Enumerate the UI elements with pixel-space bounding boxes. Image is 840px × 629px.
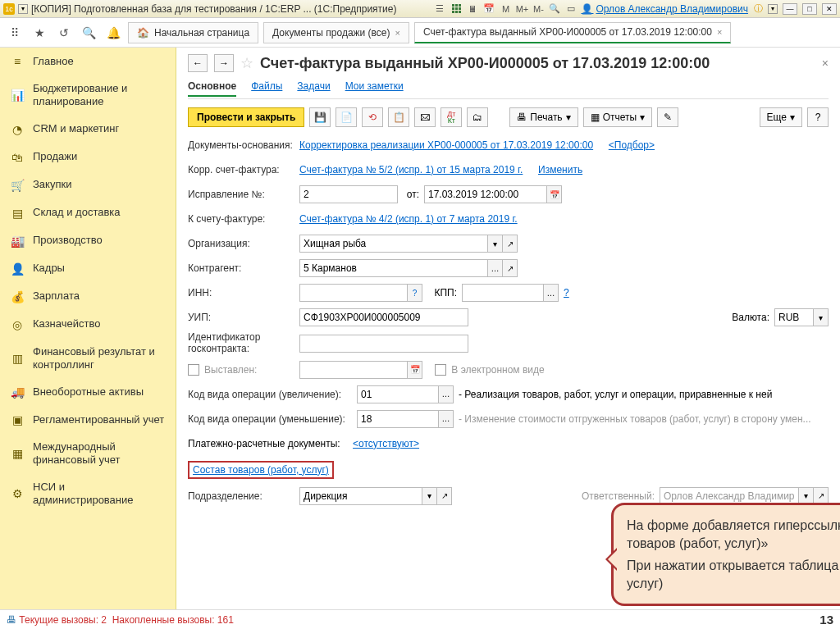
structure-button[interactable]: 🗂 [467, 107, 488, 127]
current-user[interactable]: 👤Орлов Александр Владимирович [581, 3, 748, 15]
select-button[interactable]: … [439, 410, 454, 428]
star-icon[interactable]: ★ [30, 23, 49, 43]
link-corr-invoice[interactable]: Счет-фактура № 5/2 (испр. 1) от 15 марта… [299, 164, 523, 175]
search-icon[interactable]: 🔍 [79, 23, 98, 43]
sidebar-item-crm[interactable]: ◔CRM и маркетинг [0, 116, 176, 144]
select-button[interactable]: … [439, 385, 454, 403]
code-decrease-input[interactable] [357, 410, 439, 428]
apps-menu-icon[interactable]: ⠿ [5, 23, 25, 43]
info-icon[interactable]: ⓘ [751, 2, 765, 16]
goscontract-input[interactable] [299, 335, 468, 353]
help-button[interactable]: ? [807, 107, 829, 127]
titlebar-dropdown[interactable]: ▾ [18, 4, 28, 14]
calendar-button[interactable]: 📅 [408, 361, 422, 379]
reports-button[interactable]: ▦ Отчеты ▾ [583, 107, 652, 127]
code-increase-input[interactable] [357, 385, 439, 403]
select-button[interactable]: … [488, 259, 503, 277]
issued-date-input[interactable] [299, 361, 408, 379]
link-pick[interactable]: <Подбор> [609, 139, 655, 151]
fix-number-input[interactable] [299, 185, 398, 203]
close-icon[interactable]: × [717, 27, 722, 37]
window-max-button[interactable]: □ [802, 3, 817, 15]
info-dropdown[interactable]: ▾ [768, 4, 778, 14]
currency-select-button[interactable]: ▾ [814, 308, 829, 326]
m-minus-icon[interactable]: М- [532, 2, 545, 16]
link-change[interactable]: Изменить [538, 164, 582, 175]
reverse-button[interactable]: ⟲ [362, 107, 383, 127]
subtab-files[interactable]: Файлы [251, 77, 282, 97]
history-icon[interactable]: ↺ [54, 23, 74, 43]
nav-back-button[interactable]: ← [188, 54, 208, 72]
select-button[interactable]: ▾ [488, 235, 503, 253]
sidebar-item-purchase[interactable]: 🛒Закупки [0, 171, 176, 199]
tab-sales-docs[interactable]: Документы продажи (все)× [263, 22, 409, 43]
link-to-invoice[interactable]: Счет-фактура № 4/2 (испр. 1) от 7 марта … [299, 213, 518, 225]
window-close-button[interactable]: ✕ [822, 3, 837, 15]
favorite-star-icon[interactable]: ☆ [240, 54, 253, 72]
open-button[interactable]: ↗ [437, 487, 452, 505]
inn-input[interactable] [299, 284, 408, 302]
sidebar-item-hr[interactable]: 👤Кадры [0, 255, 176, 283]
m-icon[interactable]: М [499, 2, 512, 16]
open-button[interactable]: ↗ [503, 235, 518, 253]
sidebar-item-assets[interactable]: 🚚Внеоборотные активы [0, 378, 176, 406]
sidebar-item-warehouse[interactable]: ▤Склад и доставка [0, 199, 176, 227]
link-button[interactable]: 🖂 [414, 107, 436, 127]
sidebar-item-salary[interactable]: 💰Зарплата [0, 283, 176, 311]
fix-date-input[interactable] [424, 185, 547, 203]
zoom-icon[interactable]: 🔍 [548, 2, 561, 16]
sidebar-item-treasury[interactable]: ◎Казначейство [0, 311, 176, 339]
help-button[interactable]: ? [408, 284, 422, 302]
sidebar-item-regaccount[interactable]: ▣Регламентированный учет [0, 406, 176, 434]
tab-invoice[interactable]: Счет-фактура выданный ХР00-И000005 от 17… [414, 22, 731, 43]
uip-input[interactable] [299, 308, 468, 326]
attach-button[interactable]: ✎ [657, 107, 678, 127]
link-base-doc[interactable]: Корректировка реализации ХР00-000005 от … [299, 139, 593, 151]
nav-fwd-button[interactable]: → [214, 54, 234, 72]
page-number: 13 [819, 613, 833, 627]
save-button[interactable]: 💾 [309, 107, 331, 127]
organization-input[interactable] [299, 235, 488, 253]
tab-home[interactable]: 🏠Начальная страница [128, 22, 258, 43]
calendar-icon[interactable]: 📅 [482, 2, 495, 16]
currency-input[interactable] [774, 308, 814, 326]
dtkt-button[interactable]: ДтКт [441, 107, 462, 127]
truck-icon: 🚚 [10, 385, 25, 399]
goods-composition-link[interactable]: Состав товаров (работ, услуг) [193, 464, 329, 476]
sidebar-item-manufacture[interactable]: 🏭Производство [0, 227, 176, 255]
more-button[interactable]: Еще ▾ [760, 107, 802, 127]
select-button[interactable]: ▾ [422, 487, 437, 505]
sidebar-item-finresult[interactable]: ▥Финансовый результат и контроллинг [0, 339, 176, 379]
sidebar-item-main[interactable]: ≡Главное [0, 48, 176, 75]
link-paydocs[interactable]: <отсутствуют> [353, 438, 419, 449]
grid-green-icon[interactable] [450, 2, 463, 16]
kpp-help-link[interactable]: ? [564, 287, 569, 299]
department-input[interactable] [299, 487, 422, 505]
sidebar-item-budget[interactable]: 📊Бюджетирование и планирование [0, 75, 176, 116]
close-icon[interactable]: × [395, 28, 400, 38]
box-icon[interactable]: ▭ [564, 2, 578, 16]
subtab-notes[interactable]: Мои заметки [345, 77, 404, 97]
sidebar-item-admin[interactable]: ⚙НСИ и администрирование [0, 474, 176, 514]
nav-back-icon[interactable]: ☰ [433, 2, 446, 16]
window-min-button[interactable]: — [783, 3, 797, 15]
post-button[interactable]: 📄 [336, 107, 357, 127]
calc-icon[interactable]: 🖩 [466, 2, 479, 16]
sidebar-item-ifrs[interactable]: ▦Международный финансовый учет [0, 434, 176, 474]
create-based-button[interactable]: 📋 [388, 107, 409, 127]
sidebar-item-sales[interactable]: 🛍Продажи [0, 144, 176, 171]
select-button[interactable]: … [544, 284, 559, 302]
m-plus-icon[interactable]: М+ [515, 2, 528, 16]
open-button[interactable]: ↗ [503, 259, 518, 277]
subtab-tasks[interactable]: Задачи [297, 77, 330, 97]
issued-checkbox[interactable] [188, 364, 199, 376]
print-button[interactable]: 🖶 Печать ▾ [509, 107, 578, 127]
bell-icon[interactable]: 🔔 [103, 23, 123, 43]
kpp-input[interactable] [462, 284, 544, 302]
subtab-main[interactable]: Основное [188, 77, 236, 97]
post-and-close-button[interactable]: Провести и закрыть [188, 107, 304, 127]
counterparty-input[interactable] [299, 259, 488, 277]
calendar-button[interactable]: 📅 [547, 185, 562, 203]
close-document-button[interactable]: × [822, 57, 829, 70]
electronic-checkbox[interactable] [435, 364, 446, 376]
